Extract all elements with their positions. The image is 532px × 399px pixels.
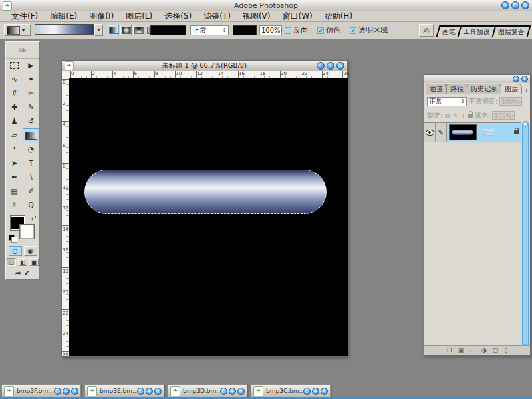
move-tool[interactable]: ▶ [23, 59, 39, 72]
window-restore-button[interactable]: ❐ [54, 388, 61, 395]
magic-wand-tool[interactable]: ✦ [23, 72, 39, 86]
add-layer-style-button[interactable]: ❍ [447, 346, 452, 354]
slice-tool[interactable]: ✄ [23, 86, 39, 100]
new-group-button[interactable]: ▭ [469, 346, 475, 354]
layer-fill-value[interactable]: 100% › [492, 111, 515, 120]
layer-name[interactable]: 背景 [481, 128, 514, 137]
window-close-button[interactable]: × [71, 388, 78, 395]
delete-layer-button[interactable]: ▯ [504, 346, 507, 354]
window-restore-button[interactable]: ❐ [137, 388, 144, 395]
history-brush-tool[interactable]: ↺ [23, 114, 39, 128]
layer-row-background[interactable]: ✎ 背景 [424, 122, 521, 142]
menu-item-2[interactable]: 编辑(E) [44, 11, 83, 21]
healing-brush-tool[interactable]: ✚ [6, 100, 23, 114]
palette-tab-4[interactable]: 图层 [501, 84, 522, 94]
palette-tab-1[interactable]: 通道 [426, 84, 447, 94]
default-colors-icon[interactable] [9, 235, 17, 241]
eraser-tool[interactable]: ▱ [6, 128, 23, 142]
linear-gradient-button[interactable] [108, 25, 119, 35]
palette-tab-2[interactable]: 路径 [446, 84, 467, 94]
clone-stamp-tool[interactable]: ♟ [6, 114, 23, 128]
menu-item-7[interactable]: 视图(V) [237, 11, 277, 21]
window-close-button[interactable]: × [521, 76, 528, 82]
rectangular-marquee-tool[interactable] [6, 59, 23, 72]
window-maximize-button[interactable]: + [327, 62, 334, 70]
notes-tool[interactable]: ▤ [6, 184, 23, 198]
crop-tool[interactable]: # [6, 86, 23, 100]
lock-position-button[interactable]: + [460, 112, 466, 119]
palette-scrollbar[interactable] [522, 121, 529, 350]
minimized-window-3[interactable]: ❧bmp3D.bm...❐+× [168, 384, 247, 398]
window-maximize-button[interactable]: + [146, 388, 153, 395]
window-maximize-button[interactable]: + [63, 388, 70, 395]
window-close-button[interactable]: × [154, 388, 162, 395]
menu-item-4[interactable]: 图层(L) [120, 11, 158, 21]
window-maximize-button[interactable]: + [312, 388, 319, 395]
radial-gradient-button[interactable] [120, 25, 132, 35]
gradient-picker-dropdown[interactable]: ▾ [94, 24, 103, 36]
menu-item-5[interactable]: 选择(S) [158, 11, 198, 21]
quick-mask-mode-button[interactable]: ◉ [24, 246, 37, 256]
lasso-tool[interactable]: ∿ [6, 72, 23, 86]
palette-well-tab-2[interactable]: 工具预设 [457, 25, 496, 37]
layer-opacity-value[interactable]: 100% › [499, 97, 522, 106]
window-restore-button[interactable]: ❐ [220, 388, 227, 395]
zoom-tool[interactable]: Q [23, 198, 39, 212]
menu-item-3[interactable]: 图像(I) [83, 11, 120, 21]
lock-transparency-button[interactable]: ▨ [444, 112, 450, 119]
new-layer-button[interactable]: ▢ [493, 346, 499, 354]
standard-screen-mode-button[interactable]: ▢ [7, 258, 16, 266]
new-adjustment-layer-button[interactable]: ◑ [481, 346, 487, 354]
layer-thumbnail[interactable] [449, 124, 477, 140]
window-minimize-button[interactable]: – [513, 76, 519, 82]
window-restore-button[interactable]: ❐ [303, 388, 311, 395]
window-close-button[interactable]: × [521, 1, 529, 9]
palette-tab-3[interactable]: 历史记录 [467, 84, 501, 94]
line-tool[interactable]: ∖ [23, 170, 39, 184]
fullscreen-with-menubar-button[interactable]: ◧ [18, 258, 27, 266]
menu-item-9[interactable]: 帮助(H) [319, 11, 358, 21]
gradient-tool-preset-picker[interactable]: ▾ [4, 24, 31, 36]
hand-tool[interactable]: ✌ [6, 198, 23, 212]
tab-overflow-icon[interactable]: › [525, 86, 528, 94]
layer-visibility-toggle[interactable] [424, 123, 436, 142]
window-close-button[interactable]: × [237, 388, 245, 395]
window-restore-button[interactable]: ❐ [511, 1, 519, 9]
option-checkbox-3[interactable]: ✔透明区域 [350, 25, 388, 35]
minimized-window-4[interactable]: ❧bmp3C.bm...❐+× [251, 384, 331, 398]
palette-titlebar[interactable]: –× [424, 75, 530, 83]
blend-mode-select[interactable]: 正常 ⇕ [190, 25, 229, 35]
background-color-swatch[interactable] [20, 225, 34, 239]
window-minimize-button[interactable]: – [317, 62, 325, 70]
menu-item-8[interactable]: 窗口(W) [276, 11, 318, 21]
dodge-tool[interactable]: ◔ [23, 142, 39, 156]
window-close-button[interactable]: × [336, 62, 344, 70]
blur-tool[interactable]: ❛ [6, 142, 23, 156]
minimized-window-2[interactable]: ❧bmp3E.bm...❐+× [84, 384, 164, 398]
lock-all-button[interactable] [468, 114, 473, 118]
option-checkbox-2[interactable]: ✔仿色 [317, 25, 340, 35]
opacity-input[interactable]: 100% › [259, 25, 282, 35]
path-selection-tool[interactable]: ➤ [6, 156, 23, 170]
menu-item-1[interactable]: 文件(F) [5, 11, 44, 21]
document-titlebar[interactable]: ❧ 未标题-1 @ 66.7%(RGB/8) –+× [62, 61, 347, 72]
add-layer-mask-button[interactable]: ▣ [458, 346, 464, 354]
angle-gradient-button[interactable] [133, 25, 144, 35]
edit-in-imageready-button[interactable]: ➦ ✔ [6, 269, 39, 277]
eyedropper-tool[interactable]: ✐ [23, 184, 39, 198]
window-close-button[interactable]: × [321, 388, 328, 395]
brush-tool[interactable]: ✎ [23, 100, 39, 114]
fullscreen-mode-button[interactable]: ■ [29, 258, 39, 266]
window-maximize-button[interactable]: + [229, 388, 236, 395]
layer-blend-mode-select[interactable]: 正常 ⇕ [427, 97, 467, 106]
palette-well-tab-3[interactable]: 图层复合 [491, 25, 531, 37]
gradient-preview[interactable] [35, 24, 94, 35]
standard-mode-button[interactable]: ○ [9, 246, 22, 256]
brushes-palette-icon[interactable]: ✍ [419, 24, 434, 37]
minimized-window-1[interactable]: ❧bmp3F.bm...❐+× [1, 384, 81, 398]
type-tool[interactable]: T [23, 156, 39, 170]
lock-pixels-button[interactable]: ✎ [453, 112, 458, 119]
canvas[interactable] [69, 78, 348, 356]
gradient-tool[interactable] [23, 128, 39, 142]
scrollbar-knob-top[interactable] [523, 122, 528, 127]
